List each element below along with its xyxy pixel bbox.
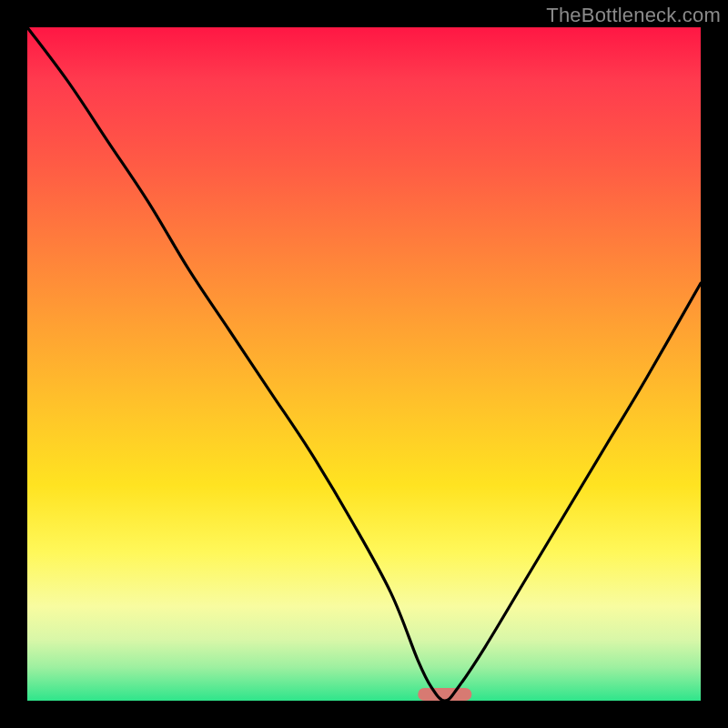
bottleneck-curve (27, 27, 701, 701)
chart-frame: TheBottleneck.com (0, 0, 728, 728)
plot-area (27, 27, 701, 701)
bottleneck-marker (418, 688, 471, 701)
watermark-text: TheBottleneck.com (546, 4, 721, 27)
chart-overlay (27, 27, 701, 701)
